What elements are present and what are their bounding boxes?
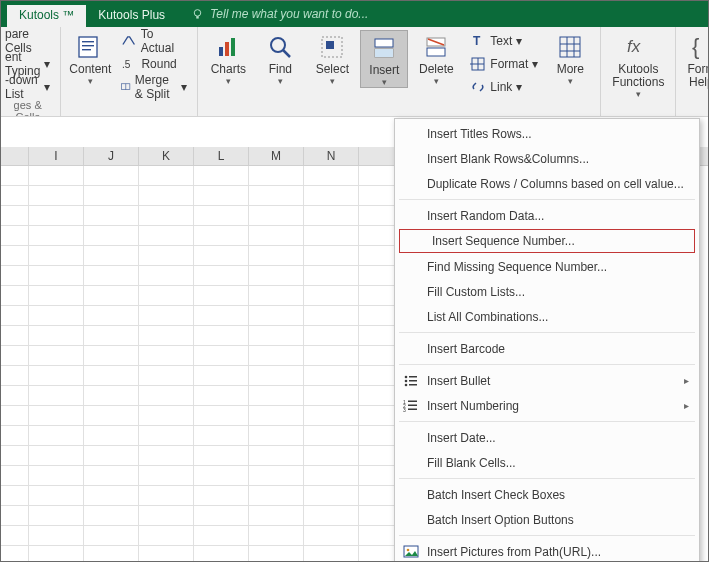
cell[interactable] [304, 306, 359, 326]
cell[interactable] [84, 446, 139, 466]
cell[interactable] [194, 306, 249, 326]
cell[interactable] [194, 406, 249, 426]
cell[interactable] [29, 366, 84, 386]
cell[interactable] [304, 486, 359, 506]
text-button[interactable]: T Text ▾ [466, 30, 542, 52]
cell[interactable] [304, 526, 359, 546]
cell[interactable] [139, 366, 194, 386]
cell[interactable] [304, 466, 359, 486]
cell[interactable] [249, 366, 304, 386]
cell[interactable] [139, 286, 194, 306]
cell[interactable] [84, 486, 139, 506]
cell[interactable] [249, 246, 304, 266]
kutools-functions-button[interactable]: fx Kutools Functions▾ [607, 30, 669, 99]
menu-item[interactable]: Insert Pictures from Path(URL)... [395, 539, 699, 562]
cell[interactable] [139, 306, 194, 326]
cell[interactable] [84, 326, 139, 346]
formula-helper-button[interactable]: { Form Help [682, 30, 708, 89]
menu-item[interactable]: Insert Titles Rows... [395, 121, 699, 146]
cell[interactable] [84, 386, 139, 406]
cell[interactable] [29, 286, 84, 306]
content-button[interactable]: Content ▾ [67, 30, 113, 86]
cell[interactable] [194, 546, 249, 562]
round-button[interactable]: .5 Round [117, 53, 191, 75]
menu-item[interactable]: List All Combinations... [395, 304, 699, 329]
cell[interactable] [29, 386, 84, 406]
cell[interactable] [139, 426, 194, 446]
insert-button[interactable]: Insert ▾ [360, 30, 408, 88]
cell[interactable] [84, 506, 139, 526]
cell[interactable] [249, 406, 304, 426]
cell[interactable] [304, 266, 359, 286]
cell[interactable] [194, 486, 249, 506]
cell[interactable] [84, 546, 139, 562]
cell[interactable] [304, 326, 359, 346]
cell[interactable] [304, 386, 359, 406]
cell[interactable] [84, 266, 139, 286]
menu-item[interactable]: Insert Date... [395, 425, 699, 450]
cell[interactable] [139, 266, 194, 286]
cell[interactable] [249, 506, 304, 526]
cell[interactable] [139, 186, 194, 206]
cell[interactable] [84, 346, 139, 366]
to-actual-button[interactable]: To Actual [117, 30, 191, 52]
cell[interactable] [139, 226, 194, 246]
charts-button[interactable]: Charts ▾ [204, 30, 252, 86]
cell[interactable] [29, 546, 84, 562]
cell[interactable] [84, 406, 139, 426]
cell[interactable] [249, 466, 304, 486]
cell[interactable] [29, 466, 84, 486]
cell[interactable] [249, 306, 304, 326]
cell[interactable] [84, 226, 139, 246]
cell[interactable] [249, 286, 304, 306]
cell[interactable] [194, 426, 249, 446]
cell[interactable] [29, 246, 84, 266]
cell[interactable] [194, 266, 249, 286]
menu-item[interactable]: Insert Sequence Number... [399, 229, 695, 253]
tell-me-search[interactable]: Tell me what you want to do... [177, 1, 368, 27]
cell[interactable] [139, 486, 194, 506]
cell[interactable] [139, 246, 194, 266]
menu-item[interactable]: Find Missing Sequence Number... [395, 254, 699, 279]
cell[interactable] [139, 206, 194, 226]
cell[interactable] [194, 286, 249, 306]
menu-item[interactable]: Insert Bullet▸ [395, 368, 699, 393]
find-button[interactable]: Find ▾ [256, 30, 304, 86]
cell[interactable] [249, 426, 304, 446]
cell[interactable] [139, 166, 194, 186]
tab-kutools-plus[interactable]: Kutools Plus [86, 5, 177, 27]
menu-item[interactable]: Insert Blank Rows&Columns... [395, 146, 699, 171]
cell[interactable] [304, 346, 359, 366]
cell[interactable] [194, 526, 249, 546]
cell[interactable] [29, 426, 84, 446]
menu-item[interactable]: Fill Custom Lists... [395, 279, 699, 304]
cell[interactable] [304, 206, 359, 226]
menu-item[interactable]: Fill Blank Cells... [395, 450, 699, 475]
cell[interactable] [249, 486, 304, 506]
cell[interactable] [194, 366, 249, 386]
cell[interactable] [304, 186, 359, 206]
cell[interactable] [249, 386, 304, 406]
link-button[interactable]: Link ▾ [466, 76, 542, 98]
compare-cells-button[interactable]: pare Cells [1, 30, 54, 52]
cell[interactable] [139, 526, 194, 546]
cell[interactable] [29, 306, 84, 326]
column-header-I[interactable]: I [29, 147, 84, 165]
column-header-K[interactable]: K [139, 147, 194, 165]
cell[interactable] [304, 406, 359, 426]
cell[interactable] [84, 206, 139, 226]
tab-kutools[interactable]: Kutools ™ [7, 5, 86, 27]
cell[interactable] [194, 246, 249, 266]
menu-item[interactable]: Batch Insert Option Buttons [395, 507, 699, 532]
cell[interactable] [304, 426, 359, 446]
cell[interactable] [84, 366, 139, 386]
menu-item[interactable]: Duplicate Rows / Columns based on cell v… [395, 171, 699, 196]
cell[interactable] [194, 166, 249, 186]
cell[interactable] [249, 526, 304, 546]
cell[interactable] [249, 186, 304, 206]
cell[interactable] [304, 226, 359, 246]
cell[interactable] [139, 466, 194, 486]
cell[interactable] [194, 226, 249, 246]
cell[interactable] [249, 166, 304, 186]
cell[interactable] [84, 426, 139, 446]
